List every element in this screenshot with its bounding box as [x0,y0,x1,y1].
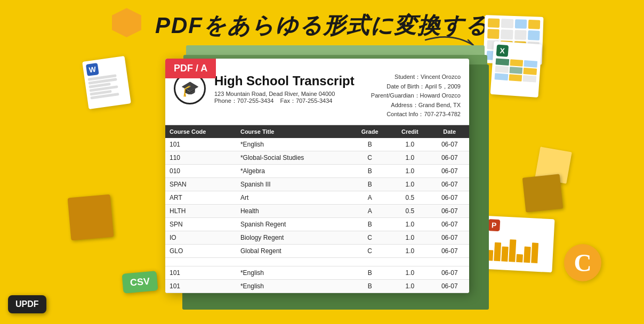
cell-grade: C [350,231,390,244]
document-title: High School Transcript [214,74,363,88]
cell-credit: 1.0 [390,138,430,151]
col-header-code: Course Code [165,125,236,138]
main-document: PDF / A 🎓 High School Transcript 123 Mou… [165,59,469,293]
cell-date: 06-07 [430,151,469,164]
cell-grade: B [350,177,390,191]
cell-date: 06-07 [430,217,469,231]
table-row: 101 *English B 1.0 06-07 [165,266,469,279]
cell-code: ART [165,191,236,204]
cell-date: 06-07 [430,191,469,204]
cell-title: Biology Regent [236,231,350,244]
cell-credit: 1.0 [390,151,430,164]
cell-code: SPAN [165,177,236,191]
table-spacer-row [165,257,469,266]
cell-credit: 1.0 [390,177,430,191]
col-header-date: Date [430,125,469,138]
c-decoration: C [564,244,601,281]
cell-grade: B [350,164,390,177]
document-student-info: Student：Vincent Orozco Date of Birth：Apr… [371,72,461,119]
cell-code: 110 [165,151,236,164]
col-header-grade: Grade [350,125,390,138]
pdf-a-badge: PDF / A [165,59,216,78]
cell-date: 06-07 [430,244,469,257]
updf-badge: UPDF [8,295,46,313]
cell-code: 101 [165,279,236,293]
cell-title: Spanish III [236,177,350,191]
table-header-row: Course Code Course Title Grade Credit Da… [165,125,469,138]
cell-code: 101 [165,138,236,151]
table-row: SPN Spanish Regent B 1.0 06-07 [165,217,469,231]
cell-grade: B [350,266,390,279]
table-row: 101 *English B 1.0 06-07 [165,138,469,151]
table-row: GLO Global Regent C 1.0 06-07 [165,244,469,257]
cell-credit: 1.0 [390,231,430,244]
cell-credit: 1.0 [390,217,430,231]
cell-code: GLO [165,244,236,257]
cell-title: Spanish Regent [236,217,350,231]
cell-title: *Algebra [236,164,350,177]
orange-note-decoration [68,195,114,241]
cell-title: *English [236,266,350,279]
table-row: SPAN Spanish III B 1.0 06-07 [165,177,469,191]
cell-grade: C [350,244,390,257]
cell-title: Art [236,191,350,204]
cell-code: IO [165,231,236,244]
cell-grade: C [350,151,390,164]
csv-badge: CSV [122,271,158,294]
cell-grade: A [350,204,390,217]
transcript-table: Course Code Course Title Grade Credit Da… [165,125,469,293]
cell-title: *English [236,138,350,151]
cell-date: 06-07 [430,164,469,177]
document-phone-fax: Phone：707-255-3434 Fax：707-255-3434 [214,97,363,105]
table-row: 110 *Global-Social Studies C 1.0 06-07 [165,151,469,164]
cell-date: 06-07 [430,138,469,151]
cell-credit: 1.0 [390,244,430,257]
cell-code: 101 [165,266,236,279]
cell-title: Health [236,204,350,217]
word-badge: W [86,63,99,76]
cell-credit: 0.5 [390,204,430,217]
cell-title: *Global-Social Studies [236,151,350,164]
cell-code: HLTH [165,204,236,217]
page-title: PDFをあらゆる形式に変換する [0,11,644,40]
cell-credit: 1.0 [390,164,430,177]
word-doc-decoration: W [82,56,131,109]
cell-grade: B [350,138,390,151]
cell-date: 06-07 [430,279,469,293]
cell-code: SPN [165,217,236,231]
cell-grade: B [350,279,390,293]
table-row: ART Art A 0.5 06-07 [165,191,469,204]
cell-grade: A [350,191,390,204]
cell-credit: 1.0 [390,266,430,279]
cell-credit: 0.5 [390,191,430,204]
document-address-line1: 123 Mountain Road, Dead River, Maine 040… [214,91,363,97]
cell-date: 06-07 [430,231,469,244]
cell-date: 06-07 [430,266,469,279]
cell-date: 06-07 [430,177,469,191]
cell-title: *English [236,279,350,293]
cell-date: 06-07 [430,204,469,217]
col-header-credit: Credit [390,125,430,138]
col-header-title: Course Title [236,125,350,138]
brown-note-decoration [522,174,563,213]
cell-credit: 1.0 [390,279,430,293]
table-row: IO Biology Regent C 1.0 06-07 [165,231,469,244]
cell-code: 010 [165,164,236,177]
document-title-section: High School Transcript 123 Mountain Road… [214,67,363,105]
table-row: HLTH Health A 0.5 06-07 [165,204,469,217]
table-row: 101 *English B 1.0 06-07 [165,279,469,293]
cell-title: Global Regent [236,244,350,257]
table-row: 010 *Algebra B 1.0 06-07 [165,164,469,177]
cell-grade: B [350,217,390,231]
